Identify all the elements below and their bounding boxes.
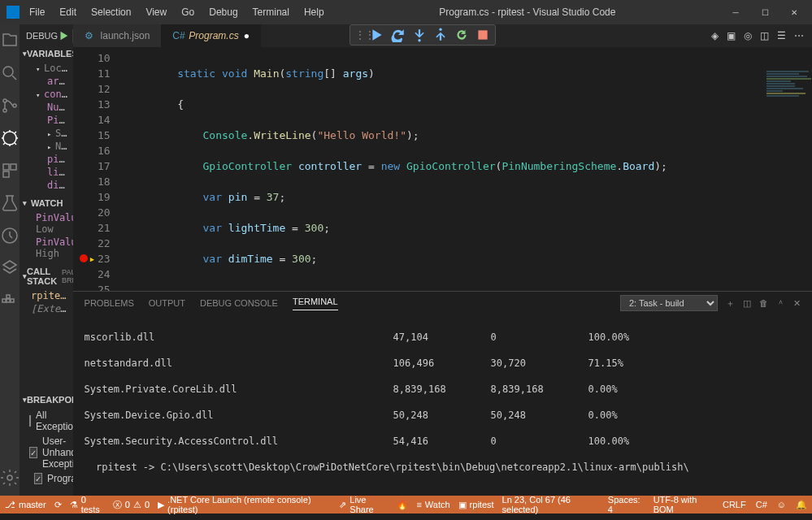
liveshare-icon[interactable]: [0, 258, 20, 278]
callstack-section[interactable]: ▾CALL STACKPAUSED ON BREAKPOINT: [20, 265, 73, 288]
extensions-icon[interactable]: [0, 161, 20, 180]
split-icon[interactable]: ◫: [760, 30, 769, 41]
var-controller[interactable]: ▾controller: {System.Devi…: [20, 88, 73, 101]
sb-spaces[interactable]: Spaces: 4: [608, 495, 644, 514]
sb-cursor-pos[interactable]: Ln 23, Col 67 (46 selected): [502, 495, 598, 514]
step-into-button[interactable]: [412, 28, 427, 42]
callstack-frame-2[interactable]: [External Code] Unknown…: [20, 302, 73, 315]
watch-section[interactable]: ▾WATCH: [20, 197, 73, 210]
step-out-button[interactable]: [433, 28, 448, 42]
breakpoints-section[interactable]: ▾BREAKPOINTS: [20, 393, 73, 406]
clock-icon[interactable]: [0, 226, 20, 245]
diamond-icon[interactable]: ◈: [711, 30, 719, 41]
step-over-button[interactable]: [391, 28, 406, 42]
panel-tab-problems[interactable]: PROBLEMS: [85, 298, 134, 308]
window-title: Program.cs - rpitest - Visual Studio Cod…: [439, 6, 615, 18]
drag-grip-icon[interactable]: ⋮⋮: [355, 29, 363, 41]
breakpoint-icon[interactable]: [80, 254, 88, 262]
var-nonpublic[interactable]: ▸Non-Public members: [20, 140, 73, 153]
sb-eol[interactable]: CRLF: [723, 495, 746, 514]
svg-point-5: [3, 109, 7, 112]
sb-watch[interactable]: ≡Watch: [416, 500, 449, 509]
sb-lang[interactable]: C#: [756, 495, 767, 514]
menu-help[interactable]: Help: [297, 3, 331, 21]
sync-icon: ⟳: [54, 500, 62, 510]
bp-user-exceptions[interactable]: User-Unhandled Exceptions: [20, 434, 73, 471]
scope-locals[interactable]: ▾Locals: [20, 62, 73, 75]
panel-tab-debug-console[interactable]: DEBUG CONSOLE: [200, 298, 278, 308]
watch-high[interactable]: PinValue.High: High: [20, 236, 73, 260]
sb-problems[interactable]: ⓧ0 ⚠0: [113, 499, 150, 511]
code-content[interactable]: static void Main(string[] args) { Consol…: [119, 47, 812, 291]
callstack-frame-1[interactable]: rpitest.dll!rpitest.Program: [20, 289, 73, 302]
maximize-panel-button[interactable]: ＾: [776, 297, 785, 310]
var-numbering[interactable]: NumberingScheme [PinNum…: [20, 101, 73, 114]
explorer-icon[interactable]: [0, 31, 20, 50]
stop-button[interactable]: [475, 28, 490, 42]
close-button[interactable]: ✕: [783, 4, 805, 20]
sb-feedback[interactable]: ☺: [777, 495, 786, 514]
sb-project[interactable]: ▣rpitest: [458, 500, 494, 510]
new-terminal-button[interactable]: ＋: [726, 297, 735, 310]
search-icon[interactable]: [0, 63, 20, 83]
tab-launch-json[interactable]: ⚙ launch.json: [73, 24, 162, 47]
sb-launch[interactable]: ▶.NET Core Launch (remote console) (rpit…: [158, 495, 331, 514]
var-static[interactable]: ▸Static members: [20, 127, 73, 140]
checkbox-icon[interactable]: [34, 473, 42, 484]
maximize-button[interactable]: ☐: [753, 4, 776, 20]
menu-terminal[interactable]: Terminal: [246, 3, 296, 21]
start-debug-button[interactable]: [58, 30, 69, 41]
menu-file[interactable]: File: [23, 3, 51, 21]
sb-tests[interactable]: ⚗0 tests: [70, 495, 105, 514]
continue-button[interactable]: [370, 28, 384, 42]
panel-tab-terminal[interactable]: TERMINAL: [293, 297, 338, 310]
docker-icon[interactable]: [0, 291, 20, 310]
terminal-output[interactable]: mscorlib.dll47,1040100.00% netstandard.d…: [73, 314, 812, 496]
var-pincount[interactable]: PinCount [int]: 28: [20, 114, 73, 127]
debug-toolbar[interactable]: ⋮⋮: [350, 24, 496, 46]
debug-icon[interactable]: [0, 128, 20, 148]
status-bar: ⎇master ⟳ ⚗0 tests ⓧ0 ⚠0 ▶.NET Core Laun…: [0, 496, 812, 514]
checkbox-icon[interactable]: [29, 415, 31, 427]
list-icon[interactable]: ☰: [777, 30, 786, 41]
var-dimtime[interactable]: dimTime [int]: 300: [20, 179, 73, 192]
restart-button[interactable]: [454, 28, 469, 42]
sb-encoding[interactable]: UTF-8 with BOM: [654, 495, 713, 514]
terminal-select[interactable]: 2: Task - build: [620, 295, 718, 311]
compare-icon[interactable]: ▣: [727, 30, 736, 41]
split-terminal-button[interactable]: ◫: [743, 298, 751, 309]
minimap[interactable]: [763, 70, 812, 291]
sb-sync[interactable]: ⟳: [54, 500, 62, 510]
panel-tab-output[interactable]: OUTPUT: [149, 298, 185, 308]
watch-low[interactable]: PinValue.Low: Low: [20, 211, 73, 236]
debug-sidebar: DEBUG .NET C ▾VARIABLES ▾Locals args [st…: [20, 24, 73, 496]
close-panel-button[interactable]: ✕: [793, 298, 801, 309]
minimize-button[interactable]: ─: [724, 4, 747, 20]
sb-liveshare[interactable]: ⇗Live Share: [339, 495, 389, 514]
menu-go[interactable]: Go: [175, 3, 201, 21]
menu-view[interactable]: View: [139, 3, 173, 21]
menu-selection[interactable]: Selection: [85, 3, 137, 21]
var-pin[interactable]: pin [int]: 37: [20, 153, 73, 166]
test-icon[interactable]: [0, 193, 20, 213]
checkbox-icon[interactable]: [29, 447, 37, 458]
tab-label: Program.cs: [189, 30, 238, 41]
menu-debug[interactable]: Debug: [202, 3, 244, 21]
more-icon[interactable]: ⋯: [794, 30, 804, 41]
code-editor[interactable]: 10111213 14151617 18192021 22 ▸23 242526…: [73, 47, 812, 291]
bp-program[interactable]: Program.cs23: [20, 471, 73, 486]
editor-actions: ◈ ▣ ◎ ◫ ☰ ⋯: [703, 24, 812, 47]
source-control-icon[interactable]: [0, 96, 20, 115]
sb-branch[interactable]: ⎇master: [5, 500, 46, 510]
trash-icon[interactable]: 🗑: [759, 298, 768, 308]
var-lighttime[interactable]: lightTime [int]: 300: [20, 166, 73, 179]
sb-flame[interactable]: 🔥: [397, 500, 408, 510]
variables-section[interactable]: ▾VARIABLES: [20, 47, 73, 60]
settings-icon[interactable]: [0, 468, 20, 488]
tab-program-cs[interactable]: C# Program.cs ●: [161, 24, 261, 47]
menu-edit[interactable]: Edit: [53, 3, 83, 21]
bp-all-exceptions[interactable]: All Exceptions: [20, 408, 73, 434]
sb-bell[interactable]: 🔔: [796, 495, 807, 514]
var-args[interactable]: args [string[]]: {string…: [20, 75, 73, 88]
preview-icon[interactable]: ◎: [744, 30, 752, 41]
